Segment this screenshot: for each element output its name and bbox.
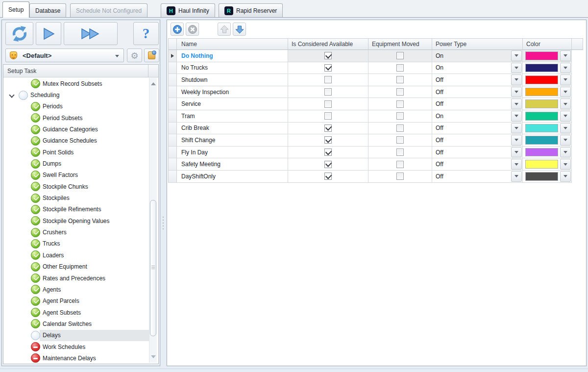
tree-item-delays[interactable]: Delays: [3, 330, 158, 341]
tab-schedule-not-configured[interactable]: Schedule Not Configured: [70, 3, 147, 17]
checkbox[interactable]: [396, 161, 404, 168]
run-all-button[interactable]: [64, 22, 118, 45]
expander-chevron-icon[interactable]: [9, 93, 14, 98]
checkbox[interactable]: [324, 88, 332, 96]
cell-color[interactable]: [523, 98, 572, 110]
checkbox[interactable]: [396, 100, 404, 108]
tree-item-loaders[interactable]: Loaders: [3, 249, 158, 261]
grid-row-shutdown[interactable]: ShutdownOff: [168, 74, 583, 86]
color-dropdown-button[interactable]: [560, 135, 571, 146]
panel-splitter[interactable]: [161, 20, 166, 366]
color-dropdown-button[interactable]: [560, 50, 571, 61]
checkbox[interactable]: [396, 136, 404, 144]
grid-row-do-nothing[interactable]: Do NothingOn: [168, 50, 583, 62]
cell-power-type[interactable]: Off: [432, 74, 523, 86]
cell-color[interactable]: [523, 110, 572, 123]
color-dropdown-button[interactable]: [560, 63, 571, 74]
cell-name[interactable]: Shutdown: [177, 74, 288, 86]
column-header-equipment-moved[interactable]: Equipment Moved: [368, 39, 432, 50]
color-dropdown-button[interactable]: [560, 111, 571, 122]
color-dropdown-button[interactable]: [560, 123, 571, 134]
tree-item-other-equipment[interactable]: Other Equipment: [3, 261, 158, 273]
tab-haul-infinity[interactable]: HHaul Infinity: [161, 3, 215, 17]
checkbox[interactable]: [396, 76, 404, 83]
cell-name[interactable]: Shift Change: [177, 134, 288, 147]
checkbox[interactable]: [324, 112, 332, 120]
checkbox[interactable]: [396, 112, 404, 120]
grid-row-weekly-inspection[interactable]: Weekly InspectionOff: [168, 86, 583, 99]
move-down-button[interactable]: [233, 23, 246, 36]
scrollbar-thumb[interactable]: [150, 200, 156, 336]
checkbox[interactable]: [396, 52, 404, 59]
cell-color[interactable]: [523, 86, 572, 99]
power-type-dropdown-button[interactable]: [511, 50, 522, 61]
cell-name[interactable]: Do Nothing: [177, 50, 288, 62]
color-dropdown-button[interactable]: [560, 171, 571, 182]
tree-item-maintenance-delays[interactable]: Maintenance Delays: [3, 352, 158, 364]
color-dropdown-button[interactable]: [560, 74, 571, 85]
checkbox[interactable]: [324, 124, 332, 132]
color-dropdown-button[interactable]: [560, 87, 571, 98]
run-button[interactable]: [36, 22, 61, 45]
tree-item-swell-factors[interactable]: Swell Factors: [3, 170, 158, 181]
cell-color[interactable]: [523, 134, 572, 147]
cell-color[interactable]: [523, 158, 572, 171]
grid-row-tram[interactable]: TramOn: [168, 110, 583, 123]
tree-item-agent-subsets[interactable]: Agent Subsets: [3, 307, 158, 318]
tree-item-stockpile-chunks[interactable]: Stockpile Chunks: [3, 181, 158, 192]
checkbox[interactable]: [396, 173, 404, 180]
power-type-dropdown-button[interactable]: [511, 99, 522, 109]
grid-row-shift-change[interactable]: Shift ChangeOff: [168, 134, 583, 147]
cell-power-type[interactable]: Off: [432, 86, 523, 99]
settings-button[interactable]: ⚙: [127, 49, 142, 62]
add-row-button[interactable]: [171, 23, 184, 36]
grid-row-safety-meeting[interactable]: Safety MeetingOff: [168, 158, 583, 171]
tree-item-dumps[interactable]: Dumps: [3, 158, 158, 169]
color-dropdown-button[interactable]: [560, 159, 571, 170]
grid-row-no-trucks[interactable]: No TrucksOn: [168, 62, 583, 74]
scroll-down-icon[interactable]: [151, 355, 156, 360]
cell-name[interactable]: Fly In Day: [177, 147, 288, 159]
checkbox[interactable]: [324, 161, 332, 168]
grid-row-fly-in-day[interactable]: Fly In DayOff: [168, 147, 583, 159]
checkbox[interactable]: [396, 88, 404, 96]
checkbox[interactable]: [396, 64, 404, 72]
cell-color[interactable]: [523, 147, 572, 159]
cell-name[interactable]: Service: [177, 98, 288, 110]
power-type-dropdown-button[interactable]: [511, 159, 522, 170]
power-type-dropdown-button[interactable]: [511, 123, 522, 134]
tree-item-point-solids[interactable]: Point Solids: [3, 147, 158, 158]
power-type-dropdown-button[interactable]: [511, 171, 522, 182]
tree-item-crushers[interactable]: Crushers: [3, 226, 158, 238]
grid-row-service[interactable]: ServiceOff: [168, 98, 583, 110]
cell-color[interactable]: [523, 171, 572, 183]
power-type-dropdown-button[interactable]: [511, 74, 522, 85]
move-up-button[interactable]: [218, 23, 231, 36]
tree-item-calendar-switches[interactable]: Calendar Switches: [3, 318, 158, 329]
cell-power-type[interactable]: Off: [432, 147, 523, 159]
cell-power-type[interactable]: On: [432, 110, 523, 123]
cell-power-type[interactable]: Off: [432, 158, 523, 171]
tree-item-stockpile-opening-values[interactable]: Stockpile Opening Values: [3, 215, 158, 226]
color-dropdown-button[interactable]: [560, 99, 571, 109]
column-header-name[interactable]: Name: [177, 39, 288, 50]
tree-item-agents[interactable]: Agents: [3, 284, 158, 295]
cell-power-type[interactable]: On: [432, 50, 523, 62]
power-type-dropdown-button[interactable]: [511, 87, 522, 98]
tree-item-agent-parcels[interactable]: Agent Parcels: [3, 296, 158, 307]
color-dropdown-button[interactable]: [560, 147, 571, 158]
tree-item-scheduling[interactable]: Scheduling: [3, 89, 158, 100]
checkbox[interactable]: [324, 149, 332, 156]
checkbox[interactable]: [324, 64, 332, 72]
cell-color[interactable]: [523, 74, 572, 86]
cell-color[interactable]: [523, 123, 572, 135]
cell-name[interactable]: Crib Break: [177, 123, 288, 135]
tree-item-period-subsets[interactable]: Period Subsets: [3, 112, 158, 124]
help-button[interactable]: ?: [133, 22, 159, 45]
power-type-dropdown-button[interactable]: [511, 147, 522, 158]
tree-item-mutex-record-subsets[interactable]: Mutex Record Subsets: [3, 78, 158, 89]
column-header-is-considered-available[interactable]: Is Considered Available: [288, 39, 368, 50]
delete-row-button[interactable]: [186, 23, 199, 36]
power-type-dropdown-button[interactable]: [511, 63, 522, 74]
cell-name[interactable]: Safety Meeting: [177, 158, 288, 171]
